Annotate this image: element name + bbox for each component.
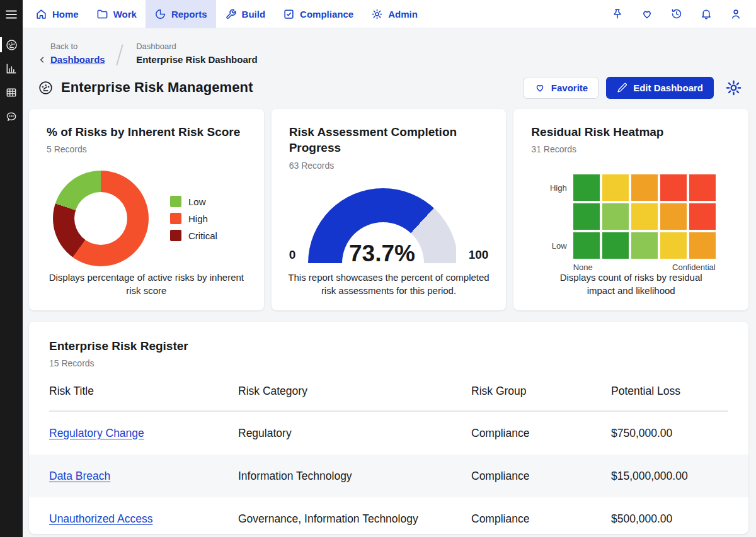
nav-item-admin[interactable]: Admin — [362, 0, 427, 28]
risk-register-card: Enterprise Risk Register 15 Records Risk… — [29, 322, 748, 534]
top-navigation: Home Work Reports Build Compliance Admin — [23, 0, 756, 28]
heatmap-cell — [573, 174, 600, 201]
breadcrumb-dashboards-link[interactable]: Dashboards — [50, 53, 105, 67]
breadcrumb-current: Enterprise Risk Dashboard — [136, 53, 258, 67]
folder-icon — [96, 8, 108, 20]
dashboard-icon — [38, 80, 54, 96]
risk-group-cell: Compliance — [471, 427, 611, 440]
nav-item-compliance[interactable]: Compliance — [274, 0, 362, 28]
potential-loss-cell: $750,000.00 — [611, 427, 728, 440]
breadcrumb-section-label: Dashboard — [136, 41, 258, 53]
card-description: This report showcases the percent of com… — [288, 271, 490, 297]
nav-label: Admin — [388, 9, 418, 20]
card-description: Displays percentage of active risks by i… — [45, 271, 248, 297]
table-row: Regulatory Change Regulatory Compliance … — [29, 412, 748, 455]
gauge-value: 73.7% — [308, 240, 455, 263]
bell-icon[interactable] — [700, 8, 713, 20]
heatmap-cell — [573, 232, 600, 259]
column-header-potential-loss[interactable]: Potential Loss — [611, 385, 728, 398]
legend-item: Low — [170, 196, 217, 207]
favorite-button[interactable]: Favorite — [524, 77, 598, 99]
risk-link[interactable]: Data Breach — [49, 470, 110, 482]
heatmap-grid — [573, 174, 716, 259]
column-header-risk-category[interactable]: Risk Category — [238, 385, 471, 398]
topnav-utilities — [611, 0, 756, 28]
table-header-row: Risk Title Risk Category Risk Group Pote… — [49, 385, 728, 398]
legend-label: Low — [188, 196, 206, 207]
legend-label: High — [188, 213, 208, 224]
nav-item-work[interactable]: Work — [88, 0, 146, 28]
risk-group-cell: Compliance — [471, 512, 611, 526]
heatmap-cell — [689, 232, 716, 259]
sidebar-item-records[interactable] — [0, 83, 23, 102]
heatmap-ylabel-high: High — [547, 174, 567, 201]
card-description: Displays count of risks by residual impa… — [551, 271, 711, 297]
potential-loss-cell: $500,000.00 — [611, 512, 728, 526]
card-assessment-completion: Risk Assessment Completion Progress 63 R… — [272, 109, 507, 310]
nav-label: Build — [242, 9, 266, 20]
heatmap-cell — [631, 174, 658, 201]
sidebar-item-reports[interactable] — [0, 59, 23, 78]
heatmap-cell — [689, 203, 716, 230]
heatmap-cell — [573, 203, 600, 230]
sidebar-item-messages[interactable] — [0, 107, 23, 126]
edit-dashboard-label: Edit Dashboard — [633, 82, 703, 93]
edit-dashboard-button[interactable]: Edit Dashboard — [606, 77, 714, 99]
heatmap-cell — [689, 174, 716, 201]
column-header-risk-group[interactable]: Risk Group — [471, 385, 611, 398]
pin-icon[interactable] — [611, 8, 624, 20]
risk-category-cell: Regulatory — [238, 427, 471, 440]
heatmap-xlabel-none: None — [573, 263, 593, 272]
page-title: Enterprise Risk Management — [61, 79, 253, 96]
home-icon — [35, 8, 47, 20]
gauge-max-label: 100 — [469, 248, 489, 263]
pie-chart-icon — [154, 8, 166, 20]
legend-swatch-critical — [170, 230, 181, 241]
heart-icon[interactable] — [641, 8, 653, 20]
main-content: Back to Dashboards Dashboard Enterprise … — [23, 28, 756, 537]
nav-label: Home — [52, 9, 79, 20]
legend-item: Critical — [170, 230, 217, 241]
nav-item-home[interactable]: Home — [26, 0, 88, 28]
checkbox-icon — [283, 8, 295, 20]
nav-label: Compliance — [300, 9, 353, 20]
nav-item-reports[interactable]: Reports — [146, 0, 216, 28]
history-icon[interactable] — [670, 8, 683, 20]
heatmap-chart: High Low None Confidential — [531, 174, 731, 272]
gear-icon — [371, 8, 383, 20]
card-title: Risk Assessment Completion Progress — [289, 124, 478, 156]
risk-link[interactable]: Unauthorized Access — [49, 512, 152, 525]
speedometer-icon — [5, 38, 18, 52]
risk-group-cell: Compliance — [471, 470, 611, 483]
card-records: 63 Records — [289, 161, 489, 171]
breadcrumb-separator — [116, 44, 123, 65]
risk-link[interactable]: Regulatory Change — [49, 427, 144, 439]
gauge-min-label: 0 — [289, 248, 296, 263]
left-sidebar — [0, 0, 23, 537]
card-records: 31 Records — [531, 144, 731, 154]
user-icon[interactable] — [730, 8, 742, 20]
heatmap-cell — [660, 203, 687, 230]
menu-icon[interactable] — [0, 4, 23, 25]
page-header: Enterprise Risk Management Favorite Edit… — [23, 67, 756, 109]
card-title: Residual Risk Heatmap — [531, 124, 731, 140]
sidebar-item-dashboards[interactable] — [0, 35, 23, 54]
heatmap-cell — [602, 232, 629, 259]
risk-category-cell: Governance, Information Technology — [238, 512, 471, 526]
risk-category-cell: Information Technology — [238, 470, 471, 483]
table-row: Unauthorized Access Governance, Informat… — [29, 497, 748, 533]
legend-item: High — [170, 213, 217, 224]
breadcrumb: Back to Dashboards Dashboard Enterprise … — [23, 28, 756, 67]
settings-gear-icon[interactable] — [725, 79, 742, 96]
chevron-left-icon[interactable] — [38, 55, 47, 64]
donut-chart — [53, 171, 149, 266]
card-title: % of Risks by Inherent Risk Score — [47, 124, 246, 140]
card-records: 5 Records — [47, 144, 246, 154]
nav-item-build[interactable]: Build — [216, 0, 275, 28]
heatmap-cell — [660, 232, 687, 259]
nav-label: Reports — [171, 9, 207, 20]
heatmap-cell — [660, 174, 687, 201]
column-header-risk-title[interactable]: Risk Title — [49, 385, 238, 398]
nav-label: Work — [113, 9, 137, 20]
heatmap-ylabel-low: Low — [547, 232, 567, 259]
